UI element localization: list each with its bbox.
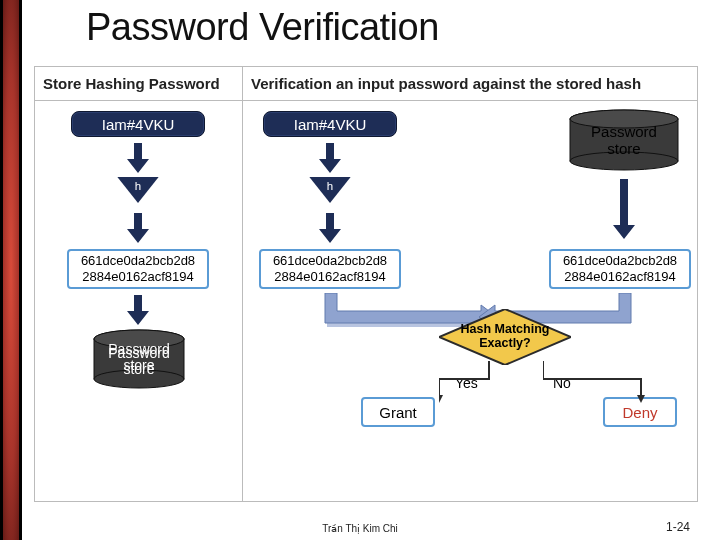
column-verify: Iam#4VKU h — [243, 101, 697, 501]
hash-function-chevron-verify: h — [303, 177, 357, 203]
down-arrow-icon — [127, 143, 149, 173]
decision-left-line — [439, 361, 499, 409]
hash-line2: 2884e0162acf8194 — [82, 269, 193, 285]
svg-marker-11 — [637, 395, 645, 403]
hash-output-verify: 661dce0da2bcb2d8 2884e0162acf8194 — [259, 249, 401, 289]
diagram-table: Store Hashing Password Verification an i… — [34, 66, 698, 502]
down-arrow-icon — [127, 295, 149, 325]
decorative-side-stripe — [0, 0, 22, 540]
svg-marker-10 — [439, 395, 443, 403]
decision-label-1: Hash Matching — [461, 323, 550, 337]
down-arrow-icon — [319, 143, 341, 173]
down-arrow-icon — [613, 179, 635, 239]
decision-right-line — [543, 361, 653, 409]
down-arrow-icon — [127, 213, 149, 243]
column-heading-verify: Verification an input password against t… — [243, 67, 697, 100]
column-store: Iam#4VKU h — [35, 101, 243, 501]
stored-hash-box: 661dce0da2bcb2d8 2884e0162acf8194 — [549, 249, 691, 289]
hash-output-store: 661dce0da2bcb2d8 2884e0162acf8194 — [67, 249, 209, 289]
footer-page-number: 1-24 — [666, 520, 690, 534]
slide-root: Password Verification Store Hashing Pass… — [0, 0, 720, 540]
decision-label-2: Exactly? — [479, 337, 530, 351]
column-heading-store: Store Hashing Password — [35, 67, 243, 100]
footer-author: Trần Thị Kim Chi — [322, 523, 398, 534]
slide-title: Password Verification — [86, 6, 439, 49]
svg-text:h: h — [327, 180, 333, 192]
password-store-label-overlay: Passwordstore — [93, 341, 185, 373]
hash-line1: 661dce0da2bcb2d8 — [81, 253, 195, 269]
hash-function-chevron-store: h — [111, 177, 165, 203]
input-password-box-store: Iam#4VKU — [71, 111, 205, 137]
result-grant: Grant — [361, 397, 435, 427]
hash-fn-label: h — [135, 180, 141, 192]
password-store-label-verify: Passwordstore — [569, 123, 679, 158]
input-password-box-verify: Iam#4VKU — [263, 111, 397, 137]
down-arrow-icon — [319, 213, 341, 243]
decision-diamond: Hash Matching Exactly? — [439, 309, 571, 365]
